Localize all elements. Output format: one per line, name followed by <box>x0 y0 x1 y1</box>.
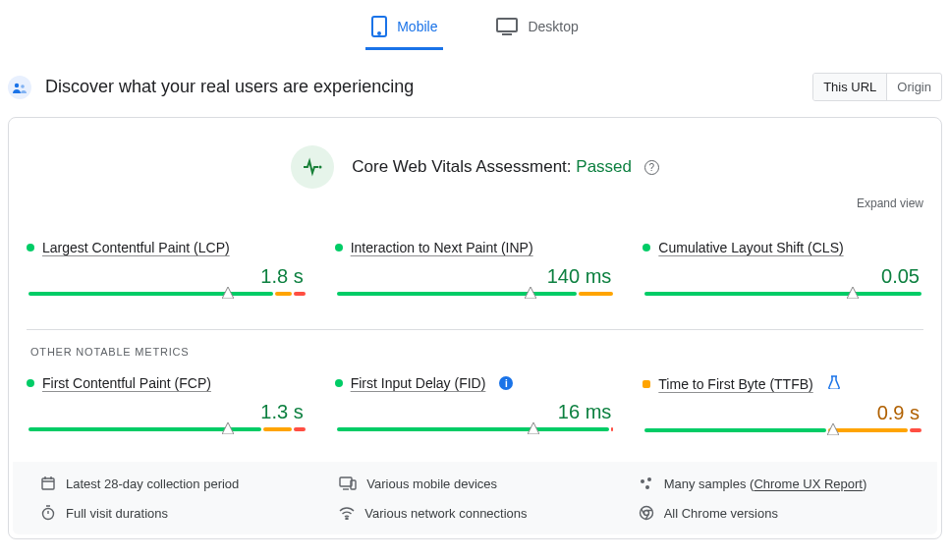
metric-name-ttfb[interactable]: Time to First Byte (TTFB) <box>658 376 812 392</box>
svg-point-1 <box>378 32 380 34</box>
metric-value-ttfb: 0.9 s <box>643 392 923 428</box>
metric-value-fcp: 1.3 s <box>27 391 307 427</box>
seg-origin[interactable]: Origin <box>886 74 941 100</box>
metric-value-inp: 140 ms <box>335 255 616 292</box>
metric-inp: Interaction to Next Paint (INP) 140 ms <box>335 226 616 302</box>
assessment-status: Passed <box>576 157 632 176</box>
metric-fid: First Input Delay (FID) i 16 ms <box>335 362 616 438</box>
svg-point-10 <box>647 477 651 481</box>
svg-point-11 <box>645 485 649 489</box>
calendar-icon <box>40 476 56 491</box>
tab-desktop-label: Desktop <box>528 19 578 34</box>
metadata-footer: Latest 28-day collection period Various … <box>13 462 937 534</box>
metric-value-fid: 16 ms <box>335 391 616 427</box>
header: Discover what your real users are experi… <box>0 49 950 117</box>
tab-mobile-label: Mobile <box>397 19 437 34</box>
samples-icon <box>639 476 654 491</box>
stopwatch-icon <box>40 505 56 521</box>
svg-point-9 <box>641 479 644 483</box>
chrome-icon <box>639 505 654 521</box>
seg-this-url[interactable]: This URL <box>813 74 886 100</box>
status-dot <box>27 379 34 387</box>
foot-durations: Full visit durations <box>40 505 311 521</box>
foot-samples: Many samples (Chrome UX Report) <box>639 476 910 491</box>
svg-point-5 <box>319 166 322 169</box>
mobile-icon <box>371 16 387 37</box>
metric-name-lcp[interactable]: Largest Contentful Paint (LCP) <box>42 240 230 255</box>
metric-name-inp[interactable]: Interaction to Next Paint (INP) <box>351 240 533 255</box>
tab-desktop[interactable]: Desktop <box>490 8 584 50</box>
foot-period: Latest 28-day collection period <box>40 476 311 491</box>
metric-bar-inp <box>337 292 614 296</box>
metric-bar-fid <box>337 427 614 431</box>
svg-point-4 <box>21 84 25 88</box>
metric-name-fcp[interactable]: First Contentful Paint (FCP) <box>42 375 211 391</box>
svg-rect-2 <box>497 19 517 31</box>
metric-bar-cls <box>644 292 922 296</box>
foot-network: Various network connections <box>339 505 610 521</box>
page-title: Discover what your real users are experi… <box>45 77 414 97</box>
metric-lcp: Largest Contentful Paint (LCP) 1.8 s <box>27 226 307 302</box>
svg-rect-6 <box>42 478 54 489</box>
assessment-row: Core Web Vitals Assessment: Passed ? <box>9 118 941 196</box>
foot-devices: Various mobile devices <box>339 476 610 491</box>
status-dot <box>643 244 650 252</box>
svg-rect-7 <box>340 477 352 486</box>
metric-bar-ttfb <box>644 428 922 432</box>
expand-view[interactable]: Expand view <box>9 196 941 226</box>
devices-icon <box>339 476 357 490</box>
wifi-icon <box>339 506 355 520</box>
help-icon[interactable]: ? <box>644 160 659 175</box>
metric-ttfb: Time to First Byte (TTFB) 0.9 s <box>643 362 923 438</box>
status-dot <box>27 244 34 252</box>
svg-point-3 <box>15 83 19 86</box>
assessment-title: Core Web Vitals Assessment: Passed ? <box>352 157 658 177</box>
other-metrics-label: OTHER NOTABLE METRICS <box>27 330 923 362</box>
svg-point-13 <box>346 518 348 520</box>
heartbeat-icon <box>291 145 334 189</box>
other-metrics: First Contentful Paint (FCP) 1.3 s First… <box>9 362 941 438</box>
users-icon <box>8 76 31 99</box>
vitals-panel: Core Web Vitals Assessment: Passed ? Exp… <box>8 117 942 539</box>
status-dot <box>643 380 650 388</box>
metric-cls: Cumulative Layout Shift (CLS) 0.05 <box>643 226 923 302</box>
status-dot <box>335 379 343 387</box>
metric-name-cls[interactable]: Cumulative Layout Shift (CLS) <box>658 240 843 255</box>
tab-mobile[interactable]: Mobile <box>365 8 443 50</box>
metric-value-lcp: 1.8 s <box>27 255 307 292</box>
status-dot <box>335 244 343 252</box>
desktop-icon <box>496 18 518 35</box>
metric-name-fid[interactable]: First Input Delay (FID) <box>351 375 486 391</box>
metric-fcp: First Contentful Paint (FCP) 1.3 s <box>27 362 307 438</box>
info-icon[interactable]: i <box>499 376 513 390</box>
device-tabs: Mobile Desktop <box>0 0 950 49</box>
metric-bar-fcp <box>28 427 306 431</box>
foot-versions: All Chrome versions <box>639 505 910 521</box>
scope-segmented: This URL Origin <box>812 73 942 101</box>
metric-bar-lcp <box>28 292 306 296</box>
core-metrics: Largest Contentful Paint (LCP) 1.8 s Int… <box>9 226 941 302</box>
metric-value-cls: 0.05 <box>643 255 923 292</box>
crux-link[interactable]: Chrome UX Report <box>754 476 863 491</box>
flask-icon[interactable] <box>827 375 841 392</box>
